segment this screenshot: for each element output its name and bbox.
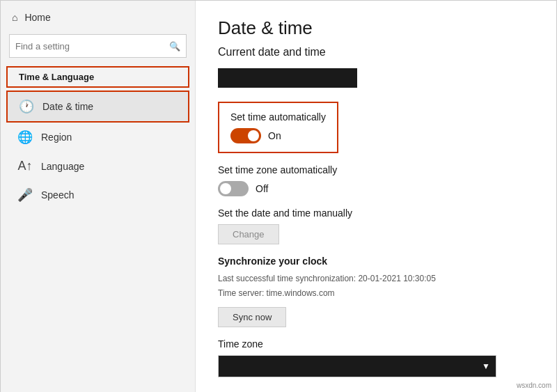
region-label: Region [41,132,72,143]
sidebar-item-speech[interactable]: 🎤 Speech [6,180,189,210]
change-button[interactable]: Change [218,224,279,244]
set-time-auto-toggle[interactable] [230,128,261,143]
sidebar-item-language[interactable]: A↑ Language [6,152,189,180]
current-time-display [218,68,357,88]
sync-clock-header: Synchronize your clock [218,256,534,267]
set-manual-label: Set the date and time manually [218,207,534,219]
timezone-label: Time zone [218,338,534,350]
home-icon: ⌂ [12,12,17,23]
watermark: wsxdn.com [517,382,551,389]
language-icon: A↑ [17,159,33,173]
search-icon: 🔍 [169,41,180,52]
sync-info-2: Time server: time.windows.com [218,287,534,300]
language-label: Language [41,161,84,172]
set-time-auto-state: On [268,130,281,141]
speech-icon: 🎤 [17,187,33,203]
region-icon: 🌐 [17,130,33,145]
current-date-time-header: Current date and time [218,46,534,58]
home-nav[interactable]: ⌂ Home [1,6,195,29]
home-label: Home [24,12,50,23]
set-timezone-auto-label: Set time zone automatically [218,164,534,175]
search-input[interactable] [15,41,169,52]
toggle-knob [248,130,259,141]
sidebar-item-region[interactable]: 🌐 Region [6,123,189,152]
sync-info-1: Last successful time synchronization: 20… [218,272,534,285]
main-content: Date & time Current date and time Set ti… [196,1,556,392]
dropdown-arrow-icon: ▼ [482,361,490,371]
sidebar-item-date-time[interactable]: 🕐 Date & time [6,91,189,123]
date-time-label: Date & time [42,101,93,112]
search-box[interactable]: 🔍 [9,34,187,58]
section-header: Time & Language [6,66,189,88]
set-timezone-auto-toggle[interactable] [218,181,249,196]
set-timezone-auto-state: Off [256,183,268,194]
time-zone-section: Time zone ▼ [218,338,534,377]
timezone-toggle-knob [220,183,231,194]
set-timezone-auto-item: Set time zone automatically Off [218,164,534,196]
set-time-auto-label: Set time automatically [230,111,326,123]
sidebar: ⌂ Home 🔍 Time & Language 🕐 Date & time 🌐… [1,1,196,392]
sync-now-button[interactable]: Sync now [218,307,286,327]
set-manual-item: Set the date and time manually Change [218,207,534,244]
sync-clock-section: Synchronize your clock Last successful t… [218,256,534,327]
timezone-dropdown[interactable]: ▼ [218,355,496,377]
speech-label: Speech [41,189,74,201]
set-time-auto-card: Set time automatically On [218,102,338,153]
date-time-icon: 🕐 [19,99,34,114]
page-title: Date & time [218,17,534,39]
